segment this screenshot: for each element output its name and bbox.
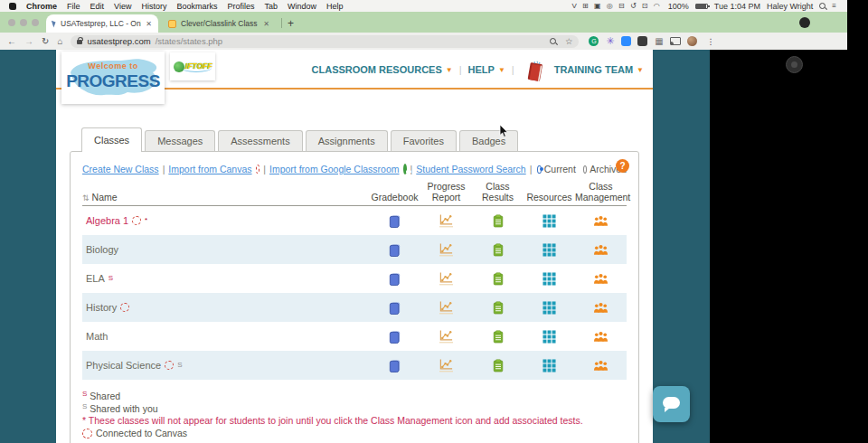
overlay-control-button[interactable] [786,56,803,73]
import-from-google-classroom-link[interactable]: Import from Google Classroom [269,164,400,174]
address-bar[interactable]: usatestprep.com/states/states.php ☆ [71,35,579,48]
current-radio-label[interactable]: Current [544,164,576,174]
class-results-icon[interactable] [472,301,524,315]
tab-classes[interactable]: Classes [81,127,142,152]
resources-grid-icon[interactable] [524,214,575,228]
progress-report-icon[interactable] [420,271,472,286]
class-name-link[interactable]: Biology [86,244,118,255]
spotlight-search-icon[interactable] [819,3,826,9]
menubar-item-profiles[interactable]: Profiles [227,2,254,11]
menubar-item-chrome[interactable]: Chrome [26,2,57,11]
resources-grid-icon[interactable] [524,243,575,257]
archived-radio[interactable] [583,165,587,174]
progress-report-icon[interactable] [420,213,472,228]
menubar-item-bookmarks[interactable]: Bookmarks [176,2,217,11]
google-classroom-icon [403,164,407,174]
gradebook-icon[interactable] [369,301,420,315]
import-from-canvas-link[interactable]: Import from Canvas [168,164,251,174]
class-name-link[interactable]: ELA [86,273,105,284]
class-results-icon[interactable] [472,272,524,286]
grammarly-extension-icon[interactable]: G [589,36,599,46]
column-header-name[interactable]: Name [92,192,118,203]
search-icon[interactable] [550,38,556,44]
menubar-item-history[interactable]: History [141,2,166,11]
profile-avatar[interactable] [687,36,697,46]
create-new-class-link[interactable]: Create New Class [82,164,159,174]
tab-favorites[interactable]: Favorites [391,130,457,151]
zoom-window-button[interactable] [32,19,39,26]
nav-training-team[interactable]: TRAINING TEAM ▼ [554,64,644,75]
progress-report-icon[interactable] [420,300,472,315]
class-management-icon[interactable] [575,359,627,372]
menubar-item-file[interactable]: File [67,2,80,11]
class-management-icon[interactable] [575,243,627,256]
progress-logo[interactable]: Welcome to PROGRESS [61,52,165,104]
menubar-status-icons[interactable]: V ⊞ ▣ ◎ ⊟ ↺ ⊡ ◠ [572,2,662,10]
dark-extension-icon[interactable] [637,36,647,46]
gradebook-icon[interactable] [369,272,420,286]
class-results-icon[interactable] [472,359,524,372]
menubar-clock[interactable]: Tue 1:04 PM [714,2,760,11]
menubar-item-view[interactable]: View [114,2,131,11]
progress-report-icon[interactable] [420,329,472,344]
bookmark-star-icon[interactable]: ☆ [565,36,573,46]
class-results-icon[interactable] [472,330,524,344]
menubar-item-tab[interactable]: Tab [264,2,278,11]
gradebook-icon[interactable] [369,359,420,372]
menubar-user[interactable]: Haley Wright [767,2,813,11]
class-name-link[interactable]: Math [86,331,108,342]
back-button[interactable]: ← [7,36,16,46]
home-button[interactable]: ⌂ [57,36,62,46]
gradebook-icon[interactable] [369,214,420,228]
tab-messages[interactable]: Messages [145,130,215,151]
gradebook-icon[interactable] [369,330,420,344]
forward-button[interactable]: → [24,36,33,46]
menubar-item-edit[interactable]: Edit [90,2,105,11]
tab-assignments[interactable]: Assignments [306,130,388,151]
sort-icon[interactable]: ⇅ [82,193,90,203]
resources-grid-icon[interactable] [524,301,575,315]
progress-report-icon[interactable] [420,358,472,372]
tabstrip-indicator-dot[interactable] [799,17,810,28]
lock-icon[interactable] [77,40,82,44]
asterisk-extension-icon[interactable]: ✳ [605,36,615,46]
apple-icon[interactable] [9,3,16,10]
class-management-icon[interactable] [575,301,627,314]
browser-tab-clever[interactable]: Clever/Classlink Class Rosteri ✕ [162,14,276,33]
control-center-icon[interactable]: ≡ [832,2,838,10]
minimize-window-button[interactable] [20,19,27,26]
resources-grid-icon[interactable] [524,359,575,372]
reload-button[interactable]: ↻ [42,36,49,46]
new-tab-button[interactable]: + [288,17,294,30]
gradebook-icon[interactable] [369,243,420,257]
chrome-menu-icon[interactable]: ⋮ [706,37,714,46]
close-tab-icon[interactable]: ✕ [263,20,269,28]
resources-grid-icon[interactable] [524,272,575,286]
class-name-link[interactable]: Algebra 1 [86,215,128,226]
browser-tab-usatestprep[interactable]: USATestprep, LLC - Online Sta ✕ [46,14,158,33]
help-button[interactable]: ? [616,159,629,173]
class-management-icon[interactable] [575,214,627,227]
liftoff-logo[interactable]: LIFTOFF [170,52,215,80]
class-management-icon[interactable] [575,272,627,285]
chat-button[interactable] [653,386,690,422]
nav-help[interactable]: HELP ▼ [468,64,505,75]
class-results-icon[interactable] [472,214,524,228]
menubar-item-window[interactable]: Window [288,2,316,11]
extensions-puzzle-icon[interactable]: ▦ [654,36,664,46]
current-radio[interactable] [537,165,541,174]
student-password-search-link[interactable]: Student Password Search [416,164,525,174]
class-name-link[interactable]: History [86,302,117,313]
resources-grid-icon[interactable] [524,330,575,344]
cast-icon[interactable] [670,37,681,45]
tab-assessments[interactable]: Assessments [218,130,302,151]
class-results-icon[interactable] [472,243,524,257]
class-name-link[interactable]: Physical Science [86,360,161,371]
progress-report-icon[interactable] [420,242,472,257]
menubar-item-help[interactable]: Help [326,2,344,11]
nav-classroom-resources[interactable]: CLASSROOM RESOURCES ▼ [312,64,453,75]
zoom-extension-icon[interactable] [621,36,631,46]
close-tab-icon[interactable]: ✕ [146,20,152,28]
close-window-button[interactable] [8,19,15,26]
class-management-icon[interactable] [575,330,627,343]
